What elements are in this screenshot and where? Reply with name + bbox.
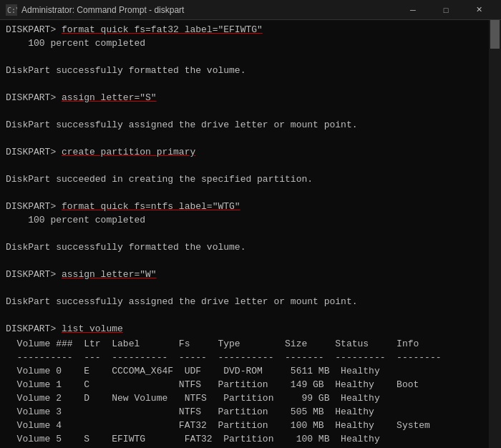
blank-5 [6,159,495,172]
cmd-line-3: DISKPART> create partition primary [6,145,495,159]
prompt-4: DISKPART> [6,201,62,212]
close-button[interactable]: ✕ [462,0,495,20]
window-title: Administrator: Command Prompt - diskpart [21,5,184,15]
blank-2 [6,77,495,91]
output-line-5: 100 percent completed [6,213,495,227]
blank-1 [6,50,495,64]
cmd-3: create partition primary [62,147,195,157]
maximize-button[interactable]: □ [429,0,462,20]
cmd-1: format quick fs=fat32 label="EFIWTG" [62,24,263,35]
output-line-4: DiskPart succeeded in creating the speci… [6,172,495,186]
prompt-2: DISKPART> [6,92,62,103]
cmd-line-5: DISKPART> assign letter="W" [6,268,495,281]
cmd-line-2: DISKPART> assign letter="S" [6,91,495,104]
table-row-2: Volume 2 D New Volume NTFS Partition 99 … [6,391,495,405]
terminal-content: DISKPART> format quick fs=fat32 label="E… [0,20,501,448]
terminal-lines: DISKPART> format quick fs=fat32 label="E… [6,23,495,336]
app-icon: C:\ [6,4,17,16]
table-row-5: Volume 5 S EFIWTG FAT32 Partition 100 MB… [6,432,495,446]
table-header-1: Volume ### Ltr Label Fs Type Size Status… [6,337,495,351]
prompt-1: DISKPART> [6,24,62,35]
table-row-4: Volume 4 FAT32 Partition 100 MB Healthy … [6,419,495,432]
prompt-5: DISKPART> [6,269,62,280]
svg-text:C:\: C:\ [7,6,17,14]
table-header-2: ---------- --- ---------- ----- --------… [6,351,495,364]
volume-table: Volume ### Ltr Label Fs Type Size Status… [6,337,495,448]
output-line-2: DiskPart successfully formatted the volu… [6,64,495,77]
cmd-line-4: DISKPART> format quick fs=ntfs label="WT… [6,200,495,213]
cmd-2: assign letter="S" [62,92,157,103]
blank-6 [6,186,495,200]
title-bar: C:\ Administrator: Command Prompt - disk… [0,0,501,20]
cmd-line-1: DISKPART> format quick fs=fat32 label="E… [6,23,495,36]
blank-7 [6,227,495,240]
cmd-line-6: DISKPART> list volume [6,322,495,336]
blank-3 [6,104,495,118]
table-row-0: Volume 0 E CCCOMA_X64F UDF DVD-ROM 5611 … [6,364,495,378]
scrollbar[interactable] [489,20,501,448]
blank-9 [6,281,495,295]
prompt-3: DISKPART> [6,147,62,157]
minimize-button[interactable]: ─ [397,0,429,20]
output-line-6: DiskPart successfully formatted the volu… [6,240,495,254]
blank-10 [6,308,495,322]
table-row-3: Volume 3 NTFS Partition 505 MB Healthy [6,405,495,419]
scrollbar-thumb[interactable] [490,20,500,49]
cmd-5: assign letter="W" [62,269,157,280]
table-row-1: Volume 1 C NTFS Partition 149 GB Healthy… [6,378,495,391]
blank-4 [6,132,495,145]
prompt-6: DISKPART> [6,323,62,334]
window-controls: ─ □ ✕ [397,0,495,20]
output-line-1: 100 percent completed [6,36,495,50]
blank-8 [6,254,495,268]
output-line-3: DiskPart successfully assigned the drive… [6,118,495,132]
cmd-6: list volume [62,323,123,334]
cmd-4: format quick fs=ntfs label="WTG" [62,201,240,212]
output-line-7: DiskPart successfully assigned the drive… [6,295,495,308]
